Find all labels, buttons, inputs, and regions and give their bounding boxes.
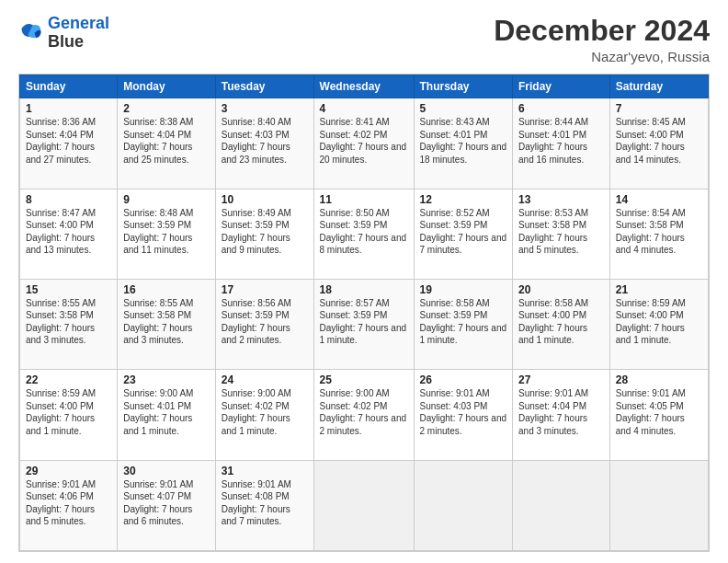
day-info: Sunrise: 8:40 AMSunset: 4:03 PMDaylight:…	[222, 117, 291, 165]
day-info: Sunrise: 9:00 AMSunset: 4:02 PMDaylight:…	[320, 388, 407, 436]
logo-line1: General	[48, 14, 109, 32]
day-cell: 26Sunrise: 9:01 AMSunset: 4:03 PMDayligh…	[414, 370, 513, 460]
day-cell: 22Sunrise: 8:59 AMSunset: 4:00 PMDayligh…	[20, 370, 118, 460]
col-thursday: Thursday	[414, 75, 513, 98]
day-number: 31	[222, 465, 308, 477]
col-saturday: Saturday	[609, 75, 708, 98]
day-number: 16	[123, 283, 209, 296]
day-cell: 31Sunrise: 9:01 AMSunset: 4:08 PMDayligh…	[215, 460, 313, 550]
day-cell: 19Sunrise: 8:58 AMSunset: 3:59 PMDayligh…	[414, 279, 513, 369]
day-number: 3	[222, 102, 308, 115]
day-cell: 14Sunrise: 8:54 AMSunset: 3:58 PMDayligh…	[609, 189, 708, 279]
day-cell: 1Sunrise: 8:36 AMSunset: 4:04 PMDaylight…	[20, 98, 118, 189]
day-number: 24	[222, 373, 308, 386]
day-info: Sunrise: 9:01 AMSunset: 4:05 PMDaylight:…	[616, 388, 686, 436]
day-number: 2	[123, 102, 209, 115]
day-cell	[513, 460, 610, 550]
day-info: Sunrise: 8:55 AMSunset: 3:58 PMDaylight:…	[123, 298, 193, 346]
day-number: 1	[26, 102, 111, 115]
logo-line2: Blue	[48, 33, 109, 52]
calendar: Sunday Monday Tuesday Wednesday Thursday…	[18, 74, 710, 552]
day-cell: 29Sunrise: 9:01 AMSunset: 4:06 PMDayligh…	[20, 460, 118, 550]
logo-text: General Blue	[48, 15, 109, 52]
day-number: 21	[616, 283, 702, 296]
day-info: Sunrise: 9:00 AMSunset: 4:02 PMDaylight:…	[222, 388, 291, 436]
day-info: Sunrise: 8:50 AMSunset: 3:59 PMDaylight:…	[320, 208, 407, 256]
day-info: Sunrise: 9:01 AMSunset: 4:07 PMDaylight:…	[123, 479, 193, 527]
logo-icon	[18, 20, 44, 46]
day-cell: 30Sunrise: 9:01 AMSunset: 4:07 PMDayligh…	[118, 460, 215, 550]
day-info: Sunrise: 9:01 AMSunset: 4:06 PMDaylight:…	[26, 479, 96, 527]
week-row-4: 22Sunrise: 8:59 AMSunset: 4:00 PMDayligh…	[20, 370, 709, 460]
day-cell: 27Sunrise: 9:01 AMSunset: 4:04 PMDayligh…	[513, 370, 610, 460]
day-info: Sunrise: 8:44 AMSunset: 4:01 PMDaylight:…	[518, 117, 588, 165]
col-tuesday: Tuesday	[215, 75, 313, 98]
day-number: 30	[123, 465, 209, 477]
day-cell: 9Sunrise: 8:48 AMSunset: 3:59 PMDaylight…	[118, 189, 215, 279]
day-cell: 15Sunrise: 8:55 AMSunset: 3:58 PMDayligh…	[20, 279, 118, 369]
calendar-body: 1Sunrise: 8:36 AMSunset: 4:04 PMDaylight…	[20, 98, 709, 551]
day-number: 12	[420, 193, 507, 206]
day-cell: 12Sunrise: 8:52 AMSunset: 3:59 PMDayligh…	[414, 189, 513, 279]
day-number: 8	[26, 193, 111, 206]
day-info: Sunrise: 9:01 AMSunset: 4:04 PMDaylight:…	[518, 388, 588, 436]
header: General Blue December 2024 Nazar'yevo, R…	[18, 15, 710, 64]
day-number: 14	[616, 193, 702, 206]
day-number: 13	[518, 193, 604, 206]
day-cell: 4Sunrise: 8:41 AMSunset: 4:02 PMDaylight…	[313, 98, 414, 189]
day-number: 7	[616, 102, 702, 115]
day-info: Sunrise: 8:59 AMSunset: 4:00 PMDaylight:…	[616, 298, 686, 346]
col-sunday: Sunday	[20, 75, 118, 98]
day-number: 27	[518, 373, 604, 386]
day-number: 26	[420, 373, 507, 386]
day-number: 18	[320, 283, 408, 296]
day-number: 23	[123, 373, 209, 386]
day-cell: 5Sunrise: 8:43 AMSunset: 4:01 PMDaylight…	[414, 98, 513, 189]
day-cell: 3Sunrise: 8:40 AMSunset: 4:03 PMDaylight…	[215, 98, 313, 189]
day-cell: 6Sunrise: 8:44 AMSunset: 4:01 PMDaylight…	[513, 98, 610, 189]
day-info: Sunrise: 8:57 AMSunset: 3:59 PMDaylight:…	[320, 298, 407, 346]
day-info: Sunrise: 8:53 AMSunset: 3:58 PMDaylight:…	[518, 208, 588, 256]
day-cell	[313, 460, 414, 550]
day-info: Sunrise: 9:00 AMSunset: 4:01 PMDaylight:…	[123, 388, 193, 436]
day-cell: 7Sunrise: 8:45 AMSunset: 4:00 PMDaylight…	[609, 98, 708, 189]
col-monday: Monday	[118, 75, 215, 98]
day-number: 17	[222, 283, 308, 296]
day-number: 5	[420, 102, 507, 115]
day-cell	[414, 460, 513, 550]
day-info: Sunrise: 9:01 AMSunset: 4:03 PMDaylight:…	[420, 388, 507, 436]
day-info: Sunrise: 8:43 AMSunset: 4:01 PMDaylight:…	[420, 117, 507, 165]
week-row-2: 8Sunrise: 8:47 AMSunset: 4:00 PMDaylight…	[20, 189, 709, 279]
day-number: 6	[518, 102, 604, 115]
day-info: Sunrise: 8:58 AMSunset: 3:59 PMDaylight:…	[420, 298, 507, 346]
day-cell: 24Sunrise: 9:00 AMSunset: 4:02 PMDayligh…	[215, 370, 313, 460]
day-number: 29	[26, 465, 111, 477]
day-cell: 11Sunrise: 8:50 AMSunset: 3:59 PMDayligh…	[313, 189, 414, 279]
week-row-3: 15Sunrise: 8:55 AMSunset: 3:58 PMDayligh…	[20, 279, 709, 369]
day-info: Sunrise: 9:01 AMSunset: 4:08 PMDaylight:…	[222, 479, 291, 527]
main-title: December 2024	[494, 15, 710, 47]
day-info: Sunrise: 8:55 AMSunset: 3:58 PMDaylight:…	[26, 298, 96, 346]
day-number: 11	[320, 193, 408, 206]
calendar-header: Sunday Monday Tuesday Wednesday Thursday…	[20, 75, 709, 98]
day-info: Sunrise: 8:59 AMSunset: 4:00 PMDaylight:…	[26, 388, 96, 436]
day-cell: 25Sunrise: 9:00 AMSunset: 4:02 PMDayligh…	[313, 370, 414, 460]
day-info: Sunrise: 8:52 AMSunset: 3:59 PMDaylight:…	[420, 208, 507, 256]
day-cell: 21Sunrise: 8:59 AMSunset: 4:00 PMDayligh…	[609, 279, 708, 369]
day-cell: 18Sunrise: 8:57 AMSunset: 3:59 PMDayligh…	[313, 279, 414, 369]
day-info: Sunrise: 8:47 AMSunset: 4:00 PMDaylight:…	[26, 208, 96, 256]
col-friday: Friday	[513, 75, 610, 98]
day-info: Sunrise: 8:54 AMSunset: 3:58 PMDaylight:…	[616, 208, 686, 256]
day-info: Sunrise: 8:48 AMSunset: 3:59 PMDaylight:…	[123, 208, 193, 256]
day-number: 10	[222, 193, 308, 206]
day-info: Sunrise: 8:41 AMSunset: 4:02 PMDaylight:…	[320, 117, 407, 165]
day-cell: 2Sunrise: 8:38 AMSunset: 4:04 PMDaylight…	[118, 98, 215, 189]
title-block: December 2024 Nazar'yevo, Russia	[494, 15, 710, 64]
day-number: 4	[320, 102, 408, 115]
page: General Blue December 2024 Nazar'yevo, R…	[0, 0, 728, 563]
col-wednesday: Wednesday	[313, 75, 414, 98]
day-cell	[609, 460, 708, 550]
day-cell: 8Sunrise: 8:47 AMSunset: 4:00 PMDaylight…	[20, 189, 118, 279]
day-cell: 20Sunrise: 8:58 AMSunset: 4:00 PMDayligh…	[513, 279, 610, 369]
day-number: 19	[420, 283, 507, 296]
